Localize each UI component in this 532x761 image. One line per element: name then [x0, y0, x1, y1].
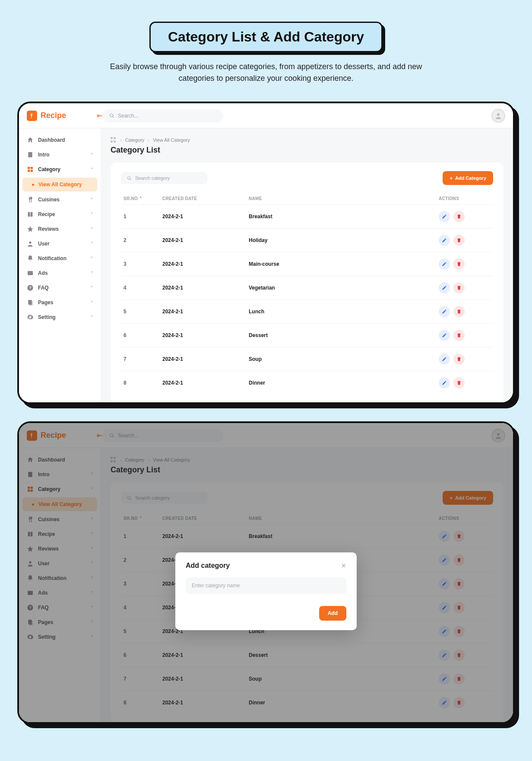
sidebar-item-reviews[interactable]: Reviews˅	[19, 541, 101, 556]
breadcrumb-l2[interactable]: View All Category	[153, 137, 190, 143]
sidebar-item-cuisines[interactable]: Cuisines˅	[19, 192, 101, 207]
edit-button[interactable]	[439, 353, 450, 365]
logo[interactable]: Recipe⇤	[27, 430, 102, 441]
sidebar-item-ads[interactable]: Ads˅	[19, 266, 101, 280]
edit-button[interactable]	[439, 673, 450, 685]
col-srno[interactable]: SR.NO˄	[124, 516, 162, 521]
sidebar-item-view-all-category[interactable]: View All Category	[22, 497, 97, 511]
sidebar-item-intro[interactable]: Intro˅	[19, 467, 101, 482]
category-search[interactable]: Search category	[121, 172, 207, 184]
category-name-input[interactable]	[186, 577, 346, 594]
edit-button[interactable]	[439, 626, 450, 637]
delete-button[interactable]	[453, 353, 465, 365]
collapse-sidebar-icon[interactable]: ⇤	[97, 431, 102, 439]
edit-button[interactable]	[439, 306, 450, 317]
delete-button[interactable]	[453, 377, 465, 388]
sidebar-item-cuisines[interactable]: Cuisines˅	[19, 512, 101, 527]
sidebar-item-category[interactable]: Category˄	[19, 482, 101, 497]
sidebar-item-user[interactable]: User˅	[19, 556, 101, 571]
sidebar-item-faq[interactable]: ?FAQ˅	[19, 600, 101, 615]
pages-icon	[27, 619, 34, 626]
edit-button[interactable]	[439, 602, 450, 613]
global-search[interactable]: Search...	[102, 429, 223, 442]
delete-button[interactable]	[453, 697, 465, 708]
delete-button[interactable]	[453, 282, 465, 293]
sidebar-item-intro[interactable]: Intro˅	[19, 147, 101, 162]
delete-button[interactable]	[453, 258, 465, 270]
edit-button[interactable]	[439, 377, 450, 388]
chevron-down-icon: ˅	[91, 286, 93, 290]
delete-button[interactable]	[453, 650, 465, 661]
collapse-sidebar-icon[interactable]: ⇤	[97, 111, 102, 120]
col-srno[interactable]: SR.NO˄	[124, 196, 162, 201]
sidebar-item-dashboard[interactable]: Dashboard	[19, 452, 101, 467]
chevron-down-icon: ˅	[91, 242, 93, 246]
delete-button[interactable]	[453, 531, 465, 542]
logo[interactable]: Recipe⇤	[27, 111, 102, 121]
sidebar-item-pages[interactable]: Pages˅	[19, 295, 101, 310]
breadcrumb-l2[interactable]: View All Category	[153, 457, 190, 462]
cell-actions	[439, 377, 491, 388]
delete-button[interactable]	[453, 235, 465, 246]
delete-button[interactable]	[453, 211, 465, 222]
col-created[interactable]: CREATED DATE	[162, 516, 249, 521]
table-row: 12024-2-1Breakfast	[121, 524, 493, 548]
edit-button[interactable]	[439, 330, 450, 341]
chevron-down-icon: ˅	[91, 635, 93, 640]
doc-icon	[27, 151, 34, 158]
breadcrumb-l1[interactable]: Category	[125, 137, 145, 143]
edit-button[interactable]	[439, 258, 450, 270]
modal-submit-button[interactable]: Add	[319, 606, 346, 621]
edit-button[interactable]	[439, 282, 450, 293]
sidebar-item-pages[interactable]: Pages˅	[19, 615, 101, 630]
trash-icon	[456, 333, 462, 338]
add-category-button[interactable]: +Add Category	[443, 171, 493, 185]
sidebar-item-dashboard[interactable]: Dashboard	[19, 133, 101, 147]
delete-button[interactable]	[453, 578, 465, 589]
category-search[interactable]: Search category	[121, 492, 207, 504]
sidebar-item-user[interactable]: User˅	[19, 236, 101, 251]
delete-button[interactable]	[453, 330, 465, 341]
sidebar-item-recipe[interactable]: Recipe˅	[19, 527, 101, 541]
edit-button[interactable]	[439, 235, 450, 246]
sidebar-item-reviews[interactable]: Reviews˅	[19, 222, 101, 236]
pencil-icon	[442, 581, 447, 586]
edit-button[interactable]	[439, 554, 450, 566]
edit-button[interactable]	[439, 697, 450, 708]
sidebar-item-setting[interactable]: Setting˅	[19, 310, 101, 325]
col-name[interactable]: NAME	[249, 516, 439, 521]
avatar[interactable]	[491, 109, 505, 123]
sidebar-item-faq[interactable]: ?FAQ˅	[19, 280, 101, 295]
cell-srno: 6	[124, 652, 162, 658]
sidebar-item-label: FAQ	[38, 285, 49, 291]
delete-button[interactable]	[453, 306, 465, 317]
delete-button[interactable]	[453, 554, 465, 566]
breadcrumb-sep: ›	[148, 137, 149, 143]
sidebar-item-view-all-category[interactable]: View All Category	[22, 178, 97, 191]
plus-icon: +	[450, 495, 452, 500]
avatar[interactable]	[491, 429, 505, 443]
edit-button[interactable]	[439, 578, 450, 589]
add-category-button[interactable]: +Add Category	[443, 491, 493, 505]
cell-name: Main-course	[249, 261, 439, 267]
edit-button[interactable]	[439, 531, 450, 542]
delete-button[interactable]	[453, 602, 465, 613]
table-row: 32024-2-1Main-course	[121, 252, 493, 276]
pencil-icon	[442, 557, 447, 563]
edit-button[interactable]	[439, 211, 450, 222]
col-created[interactable]: CREATED DATE	[162, 196, 249, 201]
sidebar-item-ads[interactable]: Ads˅	[19, 586, 101, 600]
delete-button[interactable]	[453, 626, 465, 637]
sidebar-item-notification[interactable]: Notification˅	[19, 571, 101, 586]
sidebar-item-notification[interactable]: Notification˅	[19, 251, 101, 266]
global-search[interactable]: Search...	[102, 109, 223, 122]
cell-srno: 7	[124, 676, 162, 682]
sidebar-item-recipe[interactable]: Recipe˅	[19, 207, 101, 222]
sidebar-item-setting[interactable]: Setting˅	[19, 630, 101, 644]
delete-button[interactable]	[453, 673, 465, 685]
breadcrumb-l1[interactable]: Category	[125, 457, 145, 462]
edit-button[interactable]	[439, 650, 450, 661]
sidebar-item-category[interactable]: Category˄	[19, 162, 101, 177]
modal-close-button[interactable]: ✕	[341, 562, 346, 569]
col-name[interactable]: NAME	[249, 196, 439, 201]
